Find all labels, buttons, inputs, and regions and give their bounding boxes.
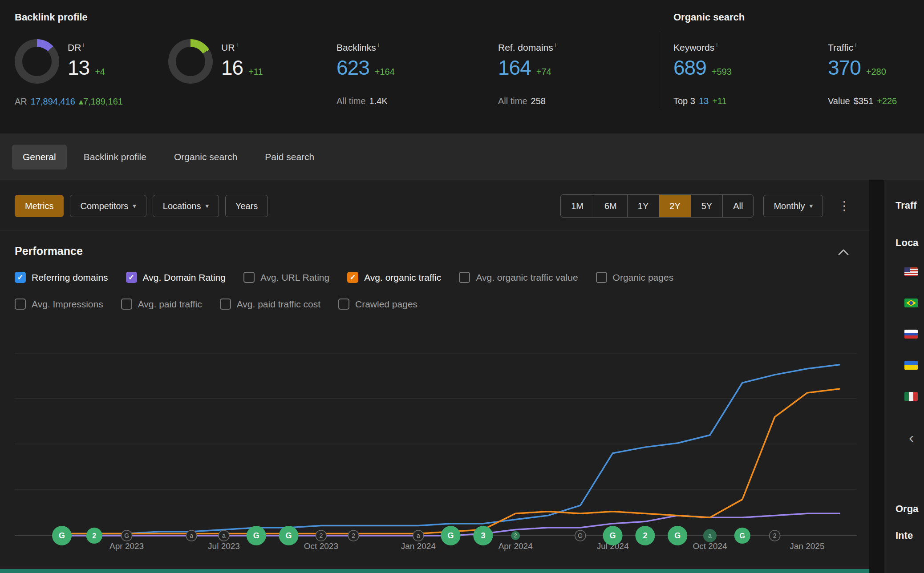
- checkbox-avg-domain-rating[interactable]: ✓Avg. Domain Rating: [126, 272, 226, 283]
- keywords-value[interactable]: 689: [673, 56, 706, 80]
- checkbox-avg-impressions[interactable]: Avg. Impressions: [15, 299, 103, 310]
- checked-checkbox-icon: ✓: [15, 272, 26, 283]
- locations-heading: Loca: [896, 237, 918, 249]
- svg-text:2: 2: [514, 533, 517, 539]
- backlinks-value[interactable]: 623: [336, 56, 369, 80]
- checked-checkbox-icon: ✓: [126, 272, 137, 283]
- dr-donut-chart: [15, 39, 59, 84]
- traffic-value[interactable]: 370: [828, 56, 861, 80]
- google-update-marker[interactable]: G: [603, 526, 623, 545]
- location-row-ua[interactable]: [904, 361, 918, 370]
- unchecked-checkbox-icon: [121, 299, 132, 310]
- granularity-dropdown[interactable]: Monthly▾: [763, 195, 823, 217]
- period-6m-button[interactable]: 6M: [594, 195, 627, 217]
- x-tick-label: Jan 2025: [790, 541, 824, 551]
- traffic-value-row: Value$351+226: [828, 96, 897, 106]
- metrics-button[interactable]: Metrics: [15, 195, 64, 217]
- flag-mx-icon: [904, 392, 918, 401]
- svg-text:G: G: [610, 531, 616, 540]
- google-update-marker[interactable]: G: [441, 526, 461, 545]
- metrics-header: Backlink profile Organic search DRi 13+4…: [0, 0, 924, 133]
- svg-text:G: G: [578, 532, 583, 539]
- checkbox-avg-paid-traffic[interactable]: Avg. paid traffic: [121, 299, 202, 310]
- collapse-chevron-icon[interactable]: [836, 247, 851, 258]
- checkbox-label: Avg. Impressions: [32, 299, 103, 310]
- google-update-marker[interactable]: G: [668, 526, 687, 545]
- top3-value[interactable]: 13: [699, 96, 709, 106]
- performance-title: Performance: [15, 245, 83, 258]
- checkbox-referring-domains[interactable]: ✓Referring domains: [15, 272, 108, 283]
- google-update-marker[interactable]: G: [247, 526, 266, 545]
- period-all-button[interactable]: All: [722, 195, 753, 217]
- google-update-marker[interactable]: a: [703, 529, 717, 542]
- location-row-mx[interactable]: [904, 392, 918, 401]
- svg-text:a: a: [190, 532, 193, 539]
- keywords-delta: +593: [712, 67, 732, 77]
- google-update-marker[interactable]: 2: [316, 530, 326, 541]
- top3-row: Top 313+11: [673, 96, 727, 106]
- period-1y-button[interactable]: 1Y: [627, 195, 659, 217]
- years-button[interactable]: Years: [225, 195, 268, 217]
- google-update-marker[interactable]: 2: [511, 531, 520, 540]
- google-update-marker[interactable]: G: [575, 530, 586, 541]
- google-update-marker[interactable]: G: [279, 526, 299, 545]
- period-5y-button[interactable]: 5Y: [691, 195, 722, 217]
- svg-text:a: a: [417, 532, 420, 539]
- period-2y-button[interactable]: 2Y: [659, 195, 690, 217]
- svg-text:G: G: [448, 531, 454, 540]
- unchecked-checkbox-icon: [220, 299, 231, 310]
- x-tick-label: Oct 2023: [304, 541, 338, 551]
- google-update-marker[interactable]: a: [413, 530, 424, 541]
- google-update-marker[interactable]: 2: [348, 530, 359, 541]
- location-row-ru[interactable]: [904, 330, 918, 339]
- svg-text:3: 3: [481, 531, 485, 540]
- google-update-marker[interactable]: a: [186, 530, 197, 541]
- checkbox-avg-url-rating[interactable]: Avg. URL Rating: [243, 272, 329, 283]
- value-amount: $351: [854, 96, 874, 106]
- checkbox-avg-organic-traffic[interactable]: ✓Avg. organic traffic: [347, 272, 441, 283]
- location-row-us[interactable]: [904, 267, 918, 276]
- location-row-br[interactable]: [904, 299, 918, 307]
- tab-organic-search[interactable]: Organic search: [163, 145, 248, 169]
- google-update-marker[interactable]: 3: [473, 526, 493, 545]
- locations-dropdown[interactable]: Locations▾: [153, 195, 219, 217]
- competitors-dropdown[interactable]: Competitors▾: [70, 195, 146, 217]
- value-label: Value: [828, 96, 850, 106]
- unchecked-checkbox-icon: [459, 272, 470, 283]
- tab-backlink-profile[interactable]: Backlink profile: [73, 145, 157, 169]
- performance-chart[interactable]: Apr 2023Jul 2023Oct 2023Jan 2024Apr 2024…: [0, 323, 869, 564]
- checkbox-label: Avg. Domain Rating: [143, 272, 226, 283]
- period-1m-button[interactable]: 1M: [561, 195, 594, 217]
- tab-general[interactable]: General: [12, 145, 67, 169]
- keywords-metric: Keywordsi 689+593: [673, 42, 732, 80]
- chevron-left-icon[interactable]: ‹: [906, 429, 916, 445]
- ur-delta: +11: [248, 67, 263, 77]
- kebab-menu-icon[interactable]: ⋮: [835, 199, 853, 213]
- google-update-marker[interactable]: 2: [635, 526, 655, 545]
- checkbox-crawled-pages[interactable]: Crawled pages: [338, 299, 417, 310]
- tab-paid-search[interactable]: Paid search: [254, 145, 325, 169]
- svg-text:2: 2: [643, 531, 647, 540]
- svg-text:G: G: [124, 532, 129, 539]
- checkbox-label: Organic pages: [613, 272, 674, 283]
- checkbox-avg-paid-traffic-cost[interactable]: Avg. paid traffic cost: [220, 299, 320, 310]
- dr-value: 13: [68, 56, 89, 80]
- ref-domains-value[interactable]: 164: [498, 56, 531, 80]
- google-update-marker[interactable]: 2: [770, 530, 780, 541]
- google-update-marker[interactable]: a: [219, 530, 229, 541]
- google-update-marker[interactable]: G: [734, 528, 750, 544]
- google-update-marker[interactable]: G: [122, 530, 132, 541]
- svg-text:G: G: [253, 531, 259, 540]
- google-update-marker[interactable]: 2: [86, 528, 102, 544]
- ahrefs-overview-page: Backlink profile Organic search DRi 13+4…: [0, 0, 924, 573]
- checkbox-organic-pages[interactable]: Organic pages: [596, 272, 674, 283]
- ar-value-link[interactable]: 17,894,416: [31, 97, 75, 106]
- checkbox-label: Avg. paid traffic cost: [237, 299, 320, 310]
- google-update-marker[interactable]: G: [52, 526, 72, 545]
- chart-line-referring-domains: [62, 365, 839, 534]
- right-sidebar: Traff Loca ‹ Orga Inte: [884, 180, 924, 573]
- x-tick-label: Apr 2024: [498, 541, 533, 551]
- checkbox-label: Avg. organic traffic: [364, 272, 441, 283]
- checkbox-avg-organic-traffic-value[interactable]: Avg. organic traffic value: [459, 272, 578, 283]
- dr-delta: +4: [95, 67, 105, 77]
